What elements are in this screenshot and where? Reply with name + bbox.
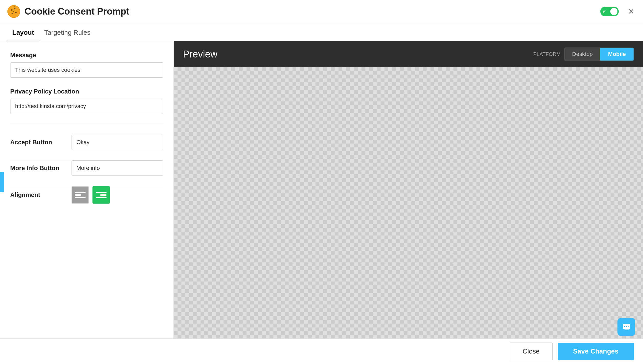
align-right-icon	[96, 191, 107, 199]
left-panel: Message Privacy Policy Location Accept B…	[0, 41, 174, 338]
modal-header: Cookie Consent Prompt ✓ ×	[0, 0, 643, 23]
platform-label: PLATFORM	[533, 51, 560, 57]
tab-layout[interactable]: Layout	[7, 25, 39, 41]
moreinfo-label: More Info Button	[10, 165, 72, 172]
svg-point-7	[624, 326, 625, 327]
svg-point-5	[13, 11, 14, 12]
modal-footer: Close Save Changes	[0, 338, 643, 364]
privacy-label: Privacy Policy Location	[10, 88, 163, 95]
tabs-bar: Layout Targeting Rules	[0, 23, 643, 41]
mobile-button[interactable]: Mobile	[600, 48, 634, 61]
close-button[interactable]: Close	[510, 343, 553, 360]
modal-title: Cookie Consent Prompt	[25, 6, 600, 17]
toggle-check-icon: ✓	[602, 9, 606, 14]
tab-targeting-rules[interactable]: Targeting Rules	[39, 25, 96, 41]
svg-point-1	[11, 9, 13, 11]
chat-icon	[622, 322, 631, 332]
accept-label: Accept Button	[10, 139, 72, 146]
privacy-group: Privacy Policy Location	[10, 88, 163, 124]
chat-button[interactable]	[617, 318, 635, 336]
accept-button-group: Accept Button	[10, 135, 163, 160]
close-icon[interactable]: ×	[626, 6, 636, 17]
active-toggle[interactable]: ✓	[600, 7, 619, 16]
preview-header: Preview PLATFORM Desktop Mobile	[174, 41, 643, 67]
svg-point-8	[626, 326, 627, 327]
platform-toggle: Desktop Mobile	[564, 48, 634, 61]
modal-container: Cookie Consent Prompt ✓ × Layout Targeti…	[0, 0, 643, 364]
message-group: Message	[10, 52, 163, 78]
preview-canvas	[174, 67, 643, 338]
alignment-group: Alignment	[10, 186, 163, 214]
svg-point-3	[15, 12, 17, 13]
platform-selector: PLATFORM Desktop Mobile	[533, 48, 634, 61]
toggle-knob	[610, 8, 617, 15]
moreinfo-button-group: More Info Button	[10, 160, 163, 186]
modal-body: Message Privacy Policy Location Accept B…	[0, 41, 643, 338]
moreinfo-input[interactable]	[72, 160, 163, 176]
privacy-input[interactable]	[10, 99, 163, 114]
right-panel: Preview PLATFORM Desktop Mobile	[174, 41, 643, 338]
side-tab	[0, 172, 4, 192]
alignment-right-button[interactable]	[92, 186, 110, 204]
message-input[interactable]	[10, 62, 163, 78]
accept-input[interactable]	[72, 135, 163, 150]
desktop-button[interactable]: Desktop	[565, 48, 601, 61]
alignment-options	[72, 186, 110, 204]
align-left-icon	[75, 191, 86, 199]
cookie-icon	[7, 5, 20, 18]
svg-point-4	[12, 13, 13, 14]
toggle-container: ✓	[600, 7, 619, 16]
svg-point-9	[628, 326, 629, 327]
message-label: Message	[10, 52, 163, 59]
save-changes-button[interactable]: Save Changes	[558, 343, 634, 360]
alignment-label: Alignment	[10, 191, 72, 198]
svg-point-2	[14, 8, 16, 9]
preview-title: Preview	[183, 49, 217, 60]
alignment-left-button[interactable]	[72, 186, 89, 204]
